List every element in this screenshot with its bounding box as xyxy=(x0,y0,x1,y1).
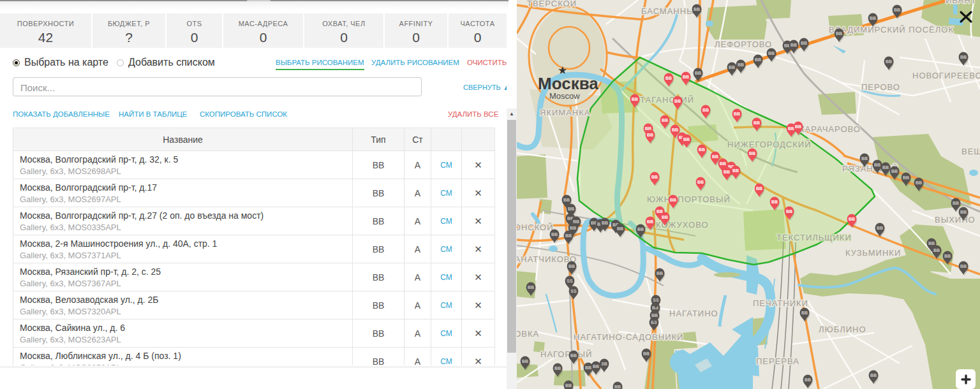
svg-text:НИЖЕГОРОДСКИЙ: НИЖЕГОРОДСКИЙ xyxy=(727,140,812,149)
svg-text:НАГАТИНО-САДОВНИКИ: НАГАТИНО-САДОВНИКИ xyxy=(574,332,683,342)
svg-text:ЛЕФОРТОВО: ЛЕФОРТОВО xyxy=(715,40,772,49)
svg-text:ЛЮБЛИНО: ЛЮБЛИНО xyxy=(819,325,866,334)
svg-text:КАНАТЧИКОВО: КАНАТЧИКОВО xyxy=(517,254,577,264)
svg-text:ДОНСКОЙ: ДОНСКОЙ xyxy=(517,223,554,232)
svg-text:ВЫХИНО: ВЫХИНО xyxy=(935,215,976,224)
svg-text:ЯКИМАНКА: ЯКИМАНКА xyxy=(540,108,590,117)
svg-text:ПЕРЕРВА: ПЕРЕРВА xyxy=(756,356,799,366)
svg-text:ТЕКСТИЛЬЩИКИ: ТЕКСТИЛЬЩИКИ xyxy=(776,233,852,242)
svg-text:Москва: Москва xyxy=(538,74,598,93)
svg-text:НОВОГИРЕЕВО: НОВОГИРЕЕВО xyxy=(912,71,980,80)
svg-text:КУЗЬМИНКИ: КУЗЬМИНКИ xyxy=(845,248,901,258)
svg-text:НАГАТИНО: НАГАТИНО xyxy=(669,309,718,318)
svg-text:ПЕЧАТНИКИ: ПЕЧАТНИКИ xyxy=(753,298,808,308)
svg-text:ВЕШНЯ: ВЕШНЯ xyxy=(961,147,980,156)
svg-text:ТАГАНСКИЙ: ТАГАНСКИЙ xyxy=(640,95,694,105)
svg-text:ЛИПОВКА: ЛИПОВКА xyxy=(517,329,539,339)
svg-text:КАРАЧАРОВО: КАРАЧАРОВО xyxy=(799,124,861,134)
svg-text:ВЛАДИМИРСКИЙ ПОСЁЛОК: ВЛАДИМИРСКИЙ ПОСЁЛОК xyxy=(829,25,954,34)
svg-text:Moscow: Moscow xyxy=(549,91,580,101)
svg-text:ПЕРОВО: ПЕРОВО xyxy=(861,82,900,92)
svg-text:ИВАНТ: ИВАНТ xyxy=(946,0,977,5)
svg-text:НАГОРНЫЙ: НАГОРНЫЙ xyxy=(540,349,592,359)
svg-text:ЮЖНОПОРТОВЫЙ: ЮЖНОПОРТОВЫЙ xyxy=(647,194,731,204)
svg-text:ТВЕРСКОЙ: ТВЕРСКОЙ xyxy=(527,0,577,8)
